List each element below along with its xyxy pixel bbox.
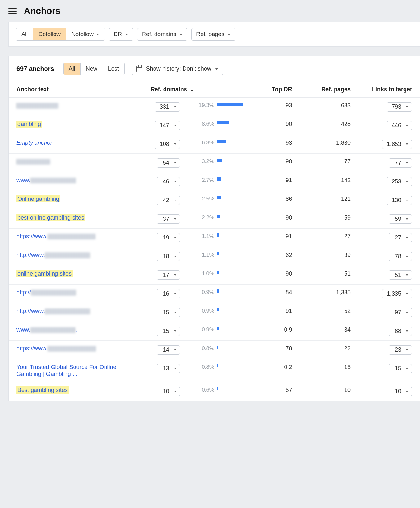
filter-all[interactable]: All bbox=[16, 28, 33, 40]
ref-domains-percent: 8.6% bbox=[181, 116, 214, 135]
links-value: 1,335 bbox=[387, 290, 401, 297]
links-to-target-dropdown[interactable]: 78 bbox=[389, 252, 412, 261]
links-to-target-cell: 68 bbox=[353, 322, 420, 341]
anchor-text-cell[interactable]: http://www. bbox=[9, 303, 138, 322]
links-to-target-dropdown[interactable]: 51 bbox=[389, 270, 412, 280]
ref-domains-dropdown[interactable]: 10 bbox=[157, 387, 180, 396]
anchors-tabs: All New Lost bbox=[63, 63, 125, 75]
ref-domains-filter[interactable]: Ref. domains bbox=[137, 28, 187, 41]
links-to-target-dropdown[interactable]: 446 bbox=[387, 121, 412, 130]
ref-domains-dropdown[interactable]: 15 bbox=[157, 327, 180, 336]
ref-domains-dropdown[interactable]: 46 bbox=[157, 177, 180, 186]
top-dr-value: 91 bbox=[252, 303, 295, 322]
ref-domains-dropdown[interactable]: 147 bbox=[155, 121, 180, 130]
links-to-target-dropdown[interactable]: 130 bbox=[387, 196, 412, 205]
anchor-text-cell[interactable]: gambling bbox=[9, 116, 138, 135]
links-to-target-dropdown[interactable]: 23 bbox=[389, 345, 412, 355]
ref-domains-dropdown[interactable]: 14 bbox=[157, 345, 180, 355]
col-links-to-target[interactable]: Links to target bbox=[353, 82, 420, 98]
ref-domains-dropdown[interactable]: 331 bbox=[155, 102, 180, 112]
ref-domains-value: 147 bbox=[160, 122, 169, 129]
anchor-text-cell[interactable]: www., bbox=[9, 322, 138, 341]
tab-lost[interactable]: Lost bbox=[103, 63, 124, 75]
chevron-down-icon bbox=[174, 256, 176, 257]
anchor-text-cell[interactable] bbox=[9, 154, 138, 172]
ref-domains-cell: 14 bbox=[138, 341, 181, 359]
links-value: 130 bbox=[392, 197, 401, 204]
links-to-target-cell: 793 bbox=[353, 98, 420, 116]
filter-nofollow[interactable]: Nofollow bbox=[66, 28, 105, 40]
ref-domains-dropdown[interactable]: 19 bbox=[157, 233, 180, 242]
anchor-text-cell[interactable]: https://www. bbox=[9, 229, 138, 247]
ref-domains-dropdown[interactable]: 37 bbox=[157, 214, 180, 224]
tab-new[interactable]: New bbox=[81, 63, 103, 75]
anchor-link-fragment: www. bbox=[16, 327, 30, 333]
ref-pages-filter[interactable]: Ref. pages bbox=[191, 28, 235, 41]
links-value: 446 bbox=[392, 122, 401, 129]
ref-domains-dropdown[interactable]: 18 bbox=[157, 252, 180, 261]
anchor-text-cell[interactable]: Empty anchor bbox=[9, 135, 138, 154]
show-history-dropdown[interactable]: Show history: Don’t show bbox=[132, 63, 223, 75]
anchor-text-cell[interactable] bbox=[9, 98, 138, 116]
ref-domains-dropdown[interactable]: 54 bbox=[157, 158, 180, 168]
col-ref-pages[interactable]: Ref. pages bbox=[295, 82, 353, 98]
links-value: 1,853 bbox=[387, 141, 401, 148]
ref-domains-dropdown[interactable]: 13 bbox=[157, 364, 180, 373]
chevron-down-icon bbox=[406, 200, 408, 201]
menu-icon[interactable] bbox=[8, 8, 17, 14]
ref-domains-dropdown[interactable]: 16 bbox=[157, 289, 180, 298]
ref-domains-cell: 37 bbox=[138, 210, 181, 229]
ref-domains-percent: 0.6% bbox=[181, 382, 214, 401]
ref-domains-dropdown[interactable]: 15 bbox=[157, 308, 180, 317]
links-to-target-dropdown[interactable]: 68 bbox=[389, 327, 412, 336]
col-top-dr[interactable]: Top DR bbox=[252, 82, 295, 98]
anchor-text-cell[interactable]: http:// bbox=[9, 285, 138, 303]
col-ref-domains-label: Ref. domains bbox=[151, 86, 187, 93]
anchor-text-cell[interactable]: Best gambling sites bbox=[9, 382, 138, 401]
ref-domains-dropdown[interactable]: 108 bbox=[155, 140, 180, 149]
col-ref-domains[interactable]: Ref. domains bbox=[138, 82, 252, 98]
ref-domains-dropdown[interactable]: 42 bbox=[157, 196, 180, 205]
page-title: Anchors bbox=[24, 6, 61, 16]
col-anchor-text[interactable]: Anchor text bbox=[9, 82, 138, 98]
links-to-target-dropdown[interactable]: 27 bbox=[389, 233, 412, 242]
ref-domains-bar-cell bbox=[214, 135, 252, 154]
links-to-target-dropdown[interactable]: 97 bbox=[389, 308, 412, 317]
chevron-down-icon bbox=[174, 349, 176, 351]
anchor-text-cell[interactable]: Your Trusted Global Source For Online Ga… bbox=[9, 359, 138, 382]
links-to-target-dropdown[interactable]: 253 bbox=[387, 177, 412, 186]
ref-pages-value: 52 bbox=[295, 303, 353, 322]
ref-domains-percent: 0.9% bbox=[181, 322, 214, 341]
bar-chart bbox=[217, 102, 243, 106]
anchor-text-cell[interactable]: www. bbox=[9, 172, 138, 191]
links-to-target-dropdown[interactable]: 1,853 bbox=[382, 140, 412, 149]
anchor-text-cell[interactable]: online gambling sites bbox=[9, 266, 138, 285]
links-to-target-dropdown[interactable]: 59 bbox=[389, 214, 412, 224]
links-value: 23 bbox=[395, 347, 401, 353]
filter-dofollow[interactable]: Dofollow bbox=[33, 28, 66, 40]
links-value: 253 bbox=[392, 178, 401, 185]
tab-all[interactable]: All bbox=[64, 63, 81, 75]
bar-chart bbox=[217, 327, 243, 330]
ref-domains-cell: 42 bbox=[138, 191, 181, 210]
blurred-text bbox=[31, 290, 76, 296]
ref-domains-dropdown[interactable]: 17 bbox=[157, 270, 180, 280]
bar-chart bbox=[217, 308, 243, 312]
links-to-target-dropdown[interactable]: 10 bbox=[389, 387, 412, 396]
links-to-target-dropdown[interactable]: 15 bbox=[389, 364, 412, 373]
anchor-text-cell[interactable]: best online gambling sites bbox=[9, 210, 138, 229]
bar-chart bbox=[217, 214, 243, 218]
links-to-target-dropdown[interactable]: 77 bbox=[389, 158, 412, 168]
links-to-target-dropdown[interactable]: 793 bbox=[387, 102, 412, 112]
anchor-text-cell[interactable]: http://www. bbox=[9, 247, 138, 266]
chevron-down-icon bbox=[174, 181, 176, 182]
dr-filter[interactable]: DR bbox=[109, 28, 133, 41]
ref-domains-value: 17 bbox=[163, 272, 169, 278]
bar-chart bbox=[217, 345, 243, 349]
bar-chart bbox=[217, 140, 243, 143]
anchor-text-cell[interactable]: Online gambling bbox=[9, 191, 138, 210]
table-row: www.,150.9%0.93468 bbox=[9, 322, 420, 341]
blurred-text bbox=[30, 327, 75, 333]
anchor-text-cell[interactable]: https://www. bbox=[9, 341, 138, 359]
links-to-target-dropdown[interactable]: 1,335 bbox=[382, 289, 412, 298]
